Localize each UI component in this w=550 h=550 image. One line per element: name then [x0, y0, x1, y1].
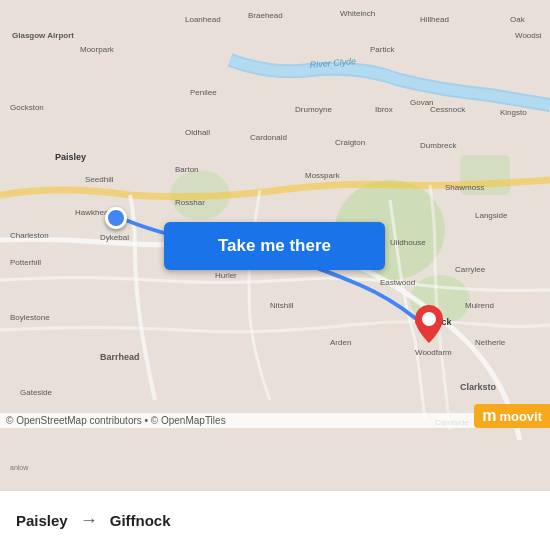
svg-point-55 [422, 312, 436, 326]
svg-text:Arden: Arden [330, 338, 351, 347]
map-attribution: © OpenStreetMap contributors • © OpenMap… [0, 413, 550, 428]
origin-marker [105, 207, 127, 229]
svg-text:Potterhill: Potterhill [10, 258, 41, 267]
svg-text:anlow: anlow [10, 464, 29, 471]
svg-text:Whiteinch: Whiteinch [340, 9, 375, 18]
destination-label: Giffnock [110, 512, 171, 529]
svg-text:Oak: Oak [510, 15, 526, 24]
svg-text:Gockston: Gockston [10, 103, 44, 112]
svg-text:Carrylee: Carrylee [455, 265, 486, 274]
moovit-m-icon: m [482, 407, 496, 425]
svg-text:Boylestone: Boylestone [10, 313, 50, 322]
svg-text:Cardonald: Cardonald [250, 133, 287, 142]
svg-text:Paisley: Paisley [55, 152, 86, 162]
destination-marker [415, 305, 443, 347]
svg-text:Craigton: Craigton [335, 138, 365, 147]
svg-text:Seedhill: Seedhill [85, 175, 114, 184]
svg-text:Glasgow Airport: Glasgow Airport [12, 31, 74, 40]
svg-text:Charleston: Charleston [10, 231, 49, 240]
svg-text:Mulrend: Mulrend [465, 301, 494, 310]
arrow-icon: → [80, 510, 98, 531]
svg-text:Rosshar: Rosshar [175, 198, 205, 207]
svg-text:Barrhead: Barrhead [100, 352, 140, 362]
svg-text:Braehead: Braehead [248, 11, 283, 20]
svg-text:Nitshill: Nitshill [270, 301, 294, 310]
svg-text:Hurler: Hurler [215, 271, 237, 280]
svg-text:Loanhead: Loanhead [185, 15, 221, 24]
svg-text:Drumoyne: Drumoyne [295, 105, 332, 114]
svg-text:Penilee: Penilee [190, 88, 217, 97]
svg-text:Clarksto: Clarksto [460, 382, 497, 392]
svg-text:Dumbreck: Dumbreck [420, 141, 457, 150]
svg-text:Barton: Barton [175, 165, 199, 174]
svg-text:Kingsto: Kingsto [500, 108, 527, 117]
svg-text:Uildhouse: Uildhouse [390, 238, 426, 247]
svg-text:Shawmoss: Shawmoss [445, 183, 484, 192]
svg-text:Eastwood: Eastwood [380, 278, 415, 287]
svg-text:Mosspark: Mosspark [305, 171, 341, 180]
svg-text:Langside: Langside [475, 211, 508, 220]
svg-text:Ibrox: Ibrox [375, 105, 393, 114]
moovit-label: moovit [499, 409, 542, 424]
svg-text:Netherle: Netherle [475, 338, 506, 347]
svg-text:Woodsi: Woodsi [515, 31, 542, 40]
take-me-there-button[interactable]: Take me there [164, 222, 385, 270]
svg-text:Partick: Partick [370, 45, 395, 54]
attribution-text: © OpenStreetMap contributors • © OpenMap… [6, 415, 226, 426]
svg-text:Gateside: Gateside [20, 388, 53, 397]
svg-text:Dykebal: Dykebal [100, 233, 129, 242]
origin-label: Paisley [16, 512, 68, 529]
destination-pin-icon [415, 305, 443, 343]
map-container: River Clyde Glasgow Airport Loanhead Bra… [0, 0, 550, 490]
svg-text:Moorpark: Moorpark [80, 45, 115, 54]
svg-text:Hillhead: Hillhead [420, 15, 449, 24]
svg-text:Woodfarm: Woodfarm [415, 348, 452, 357]
svg-text:Oldhall: Oldhall [185, 128, 210, 137]
moovit-logo: m moovit [474, 404, 550, 428]
svg-text:Cessnock: Cessnock [430, 105, 466, 114]
bottom-bar: Paisley → Giffnock [0, 490, 550, 550]
